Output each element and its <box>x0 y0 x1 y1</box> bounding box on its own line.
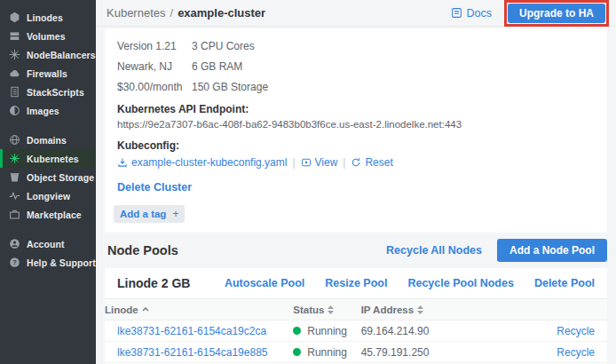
column-header-ip[interactable]: IP Address <box>361 299 507 320</box>
briefcase-icon <box>9 209 20 220</box>
node-pools-actions: Recycle All Nodes Add a Node Pool <box>386 239 607 262</box>
sidebar-item-help-support[interactable]: ? Help & Support <box>0 253 96 272</box>
plus-icon: + <box>172 208 178 220</box>
autoscale-pool-link[interactable]: Autoscale Pool <box>225 277 304 289</box>
sidebar-item-firewalls[interactable]: Firewalls <box>0 64 96 83</box>
sidebar-item-label: Linodes <box>27 12 63 23</box>
sidebar-item-label: Domains <box>27 135 67 146</box>
kubeconfig-view-link[interactable]: View <box>301 156 338 169</box>
breadcrumb-separator: / <box>170 6 174 20</box>
column-label: Status <box>293 305 324 315</box>
stackscripts-icon <box>9 86 20 98</box>
status-text: Running <box>307 325 347 337</box>
topbar: Kubernetes / example-cluster Docs Upgrad… <box>96 0 616 27</box>
sidebar: Linodes Volumes NodeBalancers Firewalls … <box>0 0 96 364</box>
delete-cluster-link[interactable]: Delete Cluster <box>117 181 192 194</box>
sidebar-group-secondary: Domains Kubernetes Object Storage Longvi… <box>0 131 96 224</box>
sidebar-item-nodebalancers[interactable]: NodeBalancers <box>0 45 96 64</box>
table-row: lke38731-62161-6154ca19c2ca Running 69.1… <box>105 320 607 342</box>
sidebar-item-object-storage[interactable]: Object Storage <box>0 168 96 186</box>
recycle-all-nodes-link[interactable]: Recycle All Nodes <box>386 244 482 257</box>
sidebar-item-longview[interactable]: Longview <box>0 186 96 205</box>
add-tag-chip[interactable]: Add a tag + <box>114 205 185 223</box>
column-label: Linode <box>105 305 138 315</box>
topbar-actions: Docs Upgrade to HA <box>451 0 609 27</box>
sidebar-item-label: NodeBalancers <box>27 50 96 60</box>
table-header-row: Linode Status IP Address <box>105 299 607 320</box>
table-row: lke38731-62161-6154ca19e885 Running 45.7… <box>105 342 607 363</box>
sidebar-item-label: Object Storage <box>27 172 94 183</box>
delete-pool-link[interactable]: Delete Pool <box>534 277 595 289</box>
images-icon <box>9 105 20 116</box>
bucket-icon <box>9 171 20 183</box>
sidebar-item-domains[interactable]: Domains <box>0 131 96 149</box>
sort-asc-icon <box>142 307 149 312</box>
sidebar-item-volumes[interactable]: Volumes <box>0 27 96 45</box>
cluster-details-panel: Version 1.21 3 CPU Cores Newark, NJ 6 GB… <box>105 28 607 233</box>
download-icon <box>117 157 128 168</box>
kubeconfig-reset-label: Reset <box>365 156 392 169</box>
column-header-linode[interactable]: Linode <box>105 299 293 320</box>
sidebar-item-marketplace[interactable]: Marketplace <box>0 205 96 224</box>
volumes-icon <box>9 30 20 42</box>
kubeconfig-download-link[interactable]: example-cluster-kubeconfig.yaml <box>117 156 287 169</box>
sort-icon <box>417 305 423 314</box>
cluster-storage: 150 GB Storage <box>192 81 607 93</box>
recycle-node-link[interactable]: Recycle <box>557 325 595 337</box>
nodes-table: Linode Status IP Address <box>105 298 607 364</box>
separator: | <box>292 156 295 169</box>
docs-label: Docs <box>467 7 492 20</box>
separator: | <box>343 156 345 169</box>
view-icon <box>301 157 312 168</box>
sidebar-item-kubernetes[interactable]: Kubernetes <box>0 149 96 168</box>
node-pools-header: Node Pools Recycle All Nodes Add a Node … <box>105 233 607 268</box>
column-header-status[interactable]: Status <box>293 299 360 320</box>
recycle-node-link[interactable]: Recycle <box>557 346 595 359</box>
node-ip: 45.79.191.250 <box>361 342 507 363</box>
pulse-icon <box>9 190 20 202</box>
breadcrumb-section[interactable]: Kubernetes <box>107 6 166 20</box>
node-pools-title: Node Pools <box>107 243 178 257</box>
sidebar-item-label: Account <box>27 239 65 249</box>
node-link[interactable]: lke38731-62161-6154ca19e885 <box>117 346 267 359</box>
docs-icon <box>451 7 462 19</box>
sidebar-item-label: StackScripts <box>27 87 84 98</box>
docs-link[interactable]: Docs <box>451 7 492 20</box>
status-dot-running <box>293 348 301 356</box>
pool-header: Linode 2 GB Autoscale Pool Resize Pool R… <box>105 268 607 298</box>
resize-pool-link[interactable]: Resize Pool <box>325 277 387 289</box>
add-tag-label: Add a tag <box>120 209 166 219</box>
firewalls-icon <box>9 67 20 79</box>
cluster-version: Version 1.21 <box>117 40 192 52</box>
pool-name: Linode 2 GB <box>117 276 190 290</box>
cluster-cpu: 3 CPU Cores <box>192 40 607 52</box>
status-text: Running <box>307 346 347 359</box>
sidebar-group-tertiary: Account ? Help & Support <box>0 234 96 272</box>
main-content: Kubernetes / example-cluster Docs Upgrad… <box>96 0 616 364</box>
sidebar-item-label: Volumes <box>27 31 66 42</box>
sidebar-item-label: Longview <box>27 191 70 202</box>
kubeconfig-reset-link[interactable]: Reset <box>351 156 392 169</box>
api-endpoint-url: https://9e2a7307-b6ac-408f-ba62-9483b0b3… <box>105 119 607 130</box>
reset-icon <box>351 157 361 168</box>
account-icon <box>9 238 20 249</box>
sidebar-item-stackscripts[interactable]: StackScripts <box>0 83 96 101</box>
sidebar-item-label: Firewalls <box>27 68 67 79</box>
kubeconfig-filename: example-cluster-kubeconfig.yaml <box>131 156 287 169</box>
upgrade-to-ha-button[interactable]: Upgrade to HA <box>508 4 605 23</box>
recycle-pool-nodes-link[interactable]: Recycle Pool Nodes <box>407 277 514 289</box>
node-link[interactable]: lke38731-62161-6154ca19c2ca <box>117 325 266 337</box>
sidebar-item-images[interactable]: Images <box>0 101 96 120</box>
sidebar-item-linodes[interactable]: Linodes <box>0 8 96 27</box>
svg-text:?: ? <box>12 258 17 266</box>
linode-icon <box>9 12 20 23</box>
help-icon: ? <box>9 257 20 268</box>
nodebalancers-icon <box>9 49 20 60</box>
column-header-actions <box>507 299 607 320</box>
sidebar-item-account[interactable]: Account <box>0 234 96 253</box>
add-node-pool-button[interactable]: Add a Node Pool <box>497 239 607 262</box>
sidebar-item-label: Marketplace <box>27 210 82 220</box>
cluster-region: Newark, NJ <box>117 60 192 73</box>
cluster-price: $30.00/month <box>117 81 192 93</box>
sidebar-item-label: Kubernetes <box>27 154 79 164</box>
